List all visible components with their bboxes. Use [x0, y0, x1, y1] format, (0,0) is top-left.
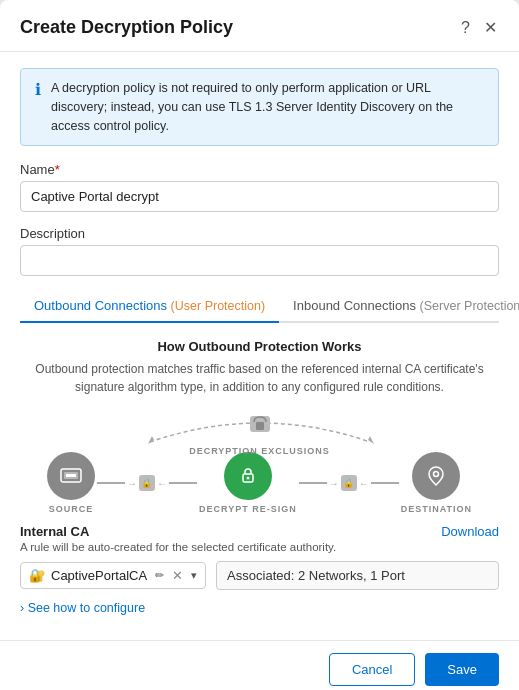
ca-select-box[interactable]: 🔐 CaptivePortalCA ✏ ✕: [20, 562, 206, 589]
source-label: SOURCE: [49, 504, 94, 514]
ca-associated: Associated: 2 Networks, 1 Port: [216, 561, 499, 590]
help-icon: ?: [461, 19, 470, 37]
source-icon: [59, 464, 83, 488]
outbound-protection-section: How Outbound Protection Works Outbound p…: [20, 323, 499, 624]
decrypt-icon: [236, 464, 260, 488]
outbound-diagram: DECRYPTION EXCLUSIONS SOURCE: [20, 414, 499, 514]
modal-body: ℹ A decryption policy is not required to…: [0, 52, 519, 640]
tab-outbound[interactable]: Outbound Connections (User Protection): [20, 290, 279, 323]
destination-circle: [412, 452, 460, 500]
destination-node: DESTINATION: [401, 452, 472, 514]
info-banner: ℹ A decryption policy is not required to…: [20, 68, 499, 146]
internal-ca-label: Internal CA: [20, 524, 89, 539]
header-icons: ? ✕: [459, 16, 499, 39]
decrypt-circle: [224, 452, 272, 500]
exclusions-box: DECRYPTION EXCLUSIONS: [130, 414, 390, 456]
cancel-button[interactable]: Cancel: [329, 653, 415, 686]
arrow-line-4: [371, 482, 399, 484]
source-circle: [47, 452, 95, 500]
ca-icon: 🔐: [29, 568, 45, 583]
tab-inbound[interactable]: Inbound Connections (Server Protection): [279, 290, 519, 323]
download-link[interactable]: Download: [441, 524, 499, 539]
info-icon: ℹ: [35, 80, 41, 135]
ca-clear-icon[interactable]: ✕: [172, 568, 183, 583]
arrow-head-4: ←: [359, 478, 369, 489]
diagram-nodes: SOURCE → 🔒 ←: [47, 452, 472, 514]
edit-icon[interactable]: ✏: [155, 569, 164, 582]
name-field-group: Name*: [20, 162, 499, 212]
exclusions-label: DECRYPTION EXCLUSIONS: [189, 446, 330, 456]
description-field-group: Description: [20, 226, 499, 276]
internal-ca-sub: A rule will be auto-created for the sele…: [20, 541, 499, 553]
lock-icon-1: 🔒: [139, 475, 155, 491]
lock-icon-2: 🔒: [341, 475, 357, 491]
protection-title: How Outbound Protection Works: [20, 339, 499, 354]
decrypt-resign-node: DECRYPT RE-SIGN: [199, 452, 297, 514]
name-input[interactable]: [20, 181, 499, 212]
svg-rect-3: [256, 422, 264, 430]
arrow-head-3: →: [329, 478, 339, 489]
destination-label: DESTINATION: [401, 504, 472, 514]
close-icon: ✕: [484, 18, 497, 37]
svg-point-9: [434, 472, 439, 477]
decrypt-label: DECRYPT RE-SIGN: [199, 504, 297, 514]
outbound-sub: (User Protection): [171, 299, 265, 313]
inbound-sub: (Server Protection): [420, 299, 519, 313]
internal-ca-row: Internal CA Download: [20, 524, 499, 539]
arrow-line-2: [169, 482, 197, 484]
modal-footer: Cancel Save: [0, 640, 519, 690]
protection-desc: Outbound protection matches traffic base…: [20, 360, 499, 396]
destination-icon: [424, 464, 448, 488]
name-label: Name*: [20, 162, 499, 177]
close-button[interactable]: ✕: [482, 16, 499, 39]
svg-rect-6: [66, 474, 76, 477]
description-input[interactable]: [20, 245, 499, 276]
description-label: Description: [20, 226, 499, 241]
arrow-line-3: [299, 482, 327, 484]
chevron-down-icon[interactable]: [191, 569, 197, 582]
tabs-row: Outbound Connections (User Protection) I…: [20, 290, 499, 323]
save-button[interactable]: Save: [425, 653, 499, 686]
modal-header: Create Decryption Policy ? ✕: [0, 0, 519, 52]
ca-select-row: 🔐 CaptivePortalCA ✏ ✕ Associated: 2 Netw…: [20, 561, 499, 590]
ca-name: CaptivePortalCA: [51, 568, 147, 583]
help-button[interactable]: ?: [459, 17, 472, 39]
exclusions-arc-svg: [130, 414, 390, 444]
see-how-link[interactable]: › See how to configure: [20, 601, 145, 615]
arrow-head-1: →: [127, 478, 137, 489]
source-node: SOURCE: [47, 452, 95, 514]
svg-point-8: [246, 477, 249, 480]
arrow-head-2: ←: [157, 478, 167, 489]
svg-marker-0: [368, 436, 374, 444]
svg-marker-1: [148, 436, 154, 444]
arrow-line-1: [97, 482, 125, 484]
create-decryption-policy-modal: Create Decryption Policy ? ✕ ℹ A decrypt…: [0, 0, 519, 690]
info-banner-text: A decryption policy is not required to o…: [51, 79, 484, 135]
modal-title: Create Decryption Policy: [20, 17, 233, 38]
arrow-decrypt-to-destination: → 🔒 ←: [299, 475, 399, 491]
name-required: *: [55, 162, 60, 177]
arrow-source-to-decrypt: → 🔒 ←: [97, 475, 197, 491]
